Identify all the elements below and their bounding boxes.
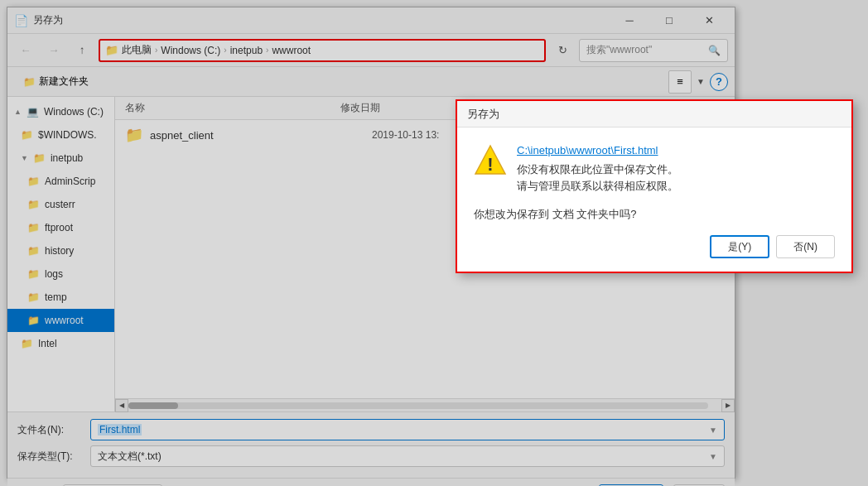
svg-text:!: ! xyxy=(487,154,493,175)
dialog-file-path[interactable]: C:\inetpub\wwwroot\First.html xyxy=(517,144,835,156)
dialog-no-button[interactable]: 否(N) xyxy=(776,235,835,258)
dialog-question: 你想改为保存到 文档 文件夹中吗? xyxy=(474,207,835,222)
dialog-text-section: C:\inetpub\wwwroot\First.html 你没有权限在此位置中… xyxy=(517,144,835,194)
dialog-title-bar: 另存为 xyxy=(457,101,851,128)
warning-icon: ! xyxy=(474,144,507,177)
dialog-top-section: ! C:\inetpub\wwwroot\First.html 你没有权限在此位… xyxy=(474,144,835,194)
dialog-body: ! C:\inetpub\wwwroot\First.html 你没有权限在此位… xyxy=(457,128,851,272)
dialog-title: 另存为 xyxy=(467,107,499,122)
dialog-message-line1: 你没有权限在此位置中保存文件。 请与管理员联系以获得相应权限。 xyxy=(517,161,835,194)
dialog-yes-button[interactable]: 是(Y) xyxy=(710,235,769,258)
dialog-buttons: 是(Y) 否(N) xyxy=(474,235,835,258)
save-as-dialog: 另存为 ! C:\inetpub\wwwroot\First.html 你没有权… xyxy=(456,99,853,273)
